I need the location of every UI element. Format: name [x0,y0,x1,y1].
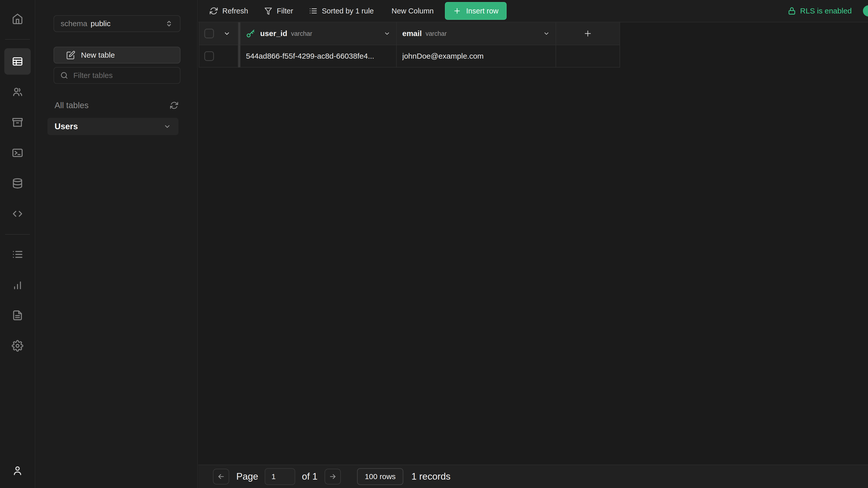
home-icon [12,13,23,25]
sidebar-item-account[interactable] [6,460,29,482]
all-tables-label: All tables [55,100,89,110]
filter-button[interactable]: Filter [264,7,293,15]
insert-row-button[interactable]: Insert row [445,2,506,20]
arrow-right-icon [329,472,337,481]
new-column-button[interactable]: New Column [392,7,434,15]
cell-email[interactable]: johnDoe@example.com [397,45,556,67]
column-menu-chevron-icon[interactable] [543,30,550,37]
table-editor-main: Refresh Filter Sorted by 1 rule New Colu… [198,0,868,488]
new-table-label: New table [81,51,115,59]
schema-select[interactable]: schema public [54,15,181,32]
rows-per-page-button[interactable]: 100 rows [357,468,403,485]
cell-value: johnDoe@example.com [402,52,484,60]
rows-per-page-label: 100 rows [365,472,396,481]
storage-icon [12,117,23,128]
sort-label: Sorted by 1 rule [322,7,374,15]
header-select-cell [199,22,238,45]
grid-data-row: 544ad866-f55f-4299-ac8d-66038fe4... john… [199,45,620,67]
database-icon [12,178,23,189]
sidebar-item-api[interactable] [6,203,29,225]
chevrons-up-down-icon [165,19,173,28]
docs-icon [12,309,23,321]
nav-rail [0,0,35,488]
data-grid: user_id varchar email varchar [199,22,620,67]
row-select-cell [199,45,238,67]
table-editor-icon [12,56,23,67]
sidebar-item-table-editor[interactable] [4,48,31,74]
grid-header-row: user_id varchar email varchar [199,22,620,45]
all-tables-header: All tables [55,100,179,110]
sidebar-item-reports[interactable] [6,274,29,296]
sort-list-icon [309,7,322,15]
new-table-button[interactable]: New table [54,47,181,63]
refresh-icon [209,7,222,15]
tables-sidebar: schema public New table All tables Users [36,0,198,488]
sidebar-item-home[interactable] [6,8,29,30]
column-name: user_id [260,29,287,38]
filter-tables-field [54,67,181,84]
rls-status-button[interactable]: RLS is enabled [787,7,852,15]
search-icon [60,71,68,80]
page-total-label: of 1 [302,471,317,482]
rail-divider [5,39,30,40]
refresh-label: Refresh [222,7,248,15]
expand-row-chevron-icon[interactable] [223,30,231,37]
column-type: varchar [426,30,447,37]
select-all-checkbox[interactable] [204,29,214,38]
next-page-button[interactable] [324,469,341,484]
sidebar-item-settings[interactable] [6,335,29,357]
column-name: email [402,29,422,38]
refresh-tables-icon[interactable] [170,101,179,110]
chevron-down-icon [163,122,171,130]
schema-select-value: public [91,19,111,28]
column-type: varchar [291,30,312,37]
column-header-email[interactable]: email varchar [397,22,556,45]
status-dot[interactable] [863,5,868,17]
grid-toolbar: Refresh Filter Sorted by 1 rule New Colu… [198,0,868,22]
sidebar-table-item-users[interactable]: Users [48,118,179,135]
add-column-icon [583,29,592,38]
sidebar-item-docs[interactable] [6,304,29,327]
refresh-button[interactable]: Refresh [209,7,248,15]
cell-user-id[interactable]: 544ad866-f55f-4299-ac8d-66038fe4... [238,45,397,67]
filter-label: Filter [277,7,293,15]
rls-status-label: RLS is enabled [800,7,852,15]
sort-button[interactable]: Sorted by 1 rule [309,7,374,15]
filter-tables-input[interactable] [73,71,174,80]
records-count-label: 1 records [411,471,451,482]
sidebar-item-storage[interactable] [6,111,29,133]
edit-icon [66,51,75,60]
lock-icon [787,7,800,15]
sidebar-item-logs[interactable] [6,243,29,266]
pagination-footer: Page of 1 100 rows 1 records [198,465,868,488]
cell-empty [556,45,620,67]
table-item-label: Users [55,122,78,131]
schema-select-label: schema [61,19,87,28]
logs-icon [12,249,23,260]
sidebar-item-auth[interactable] [6,81,29,103]
primary-key-icon [246,29,255,38]
sidebar-item-database[interactable] [6,172,29,194]
new-column-label: New Column [392,7,434,15]
rail-divider [5,234,30,235]
api-code-icon [12,208,23,220]
page-label: Page [236,471,258,482]
previous-page-button[interactable] [213,469,229,484]
insert-row-label: Insert row [466,7,498,15]
plus-icon [453,7,466,15]
sidebar-item-sql-editor[interactable] [6,142,29,164]
column-menu-chevron-icon[interactable] [383,30,391,37]
arrow-left-icon [217,472,225,481]
column-header-user-id[interactable]: user_id varchar [238,22,397,45]
app-window: schema public New table All tables Users [0,0,868,488]
add-column-header-cell[interactable] [556,22,620,45]
page-number-input[interactable] [265,468,295,485]
filter-funnel-icon [264,7,277,15]
auth-users-icon [12,86,23,98]
account-icon [12,465,23,477]
sql-editor-icon [12,147,23,159]
settings-icon [12,340,23,352]
cell-value: 544ad866-f55f-4299-ac8d-66038fe4... [246,52,374,60]
reports-icon [12,279,23,291]
row-checkbox[interactable] [204,51,214,61]
